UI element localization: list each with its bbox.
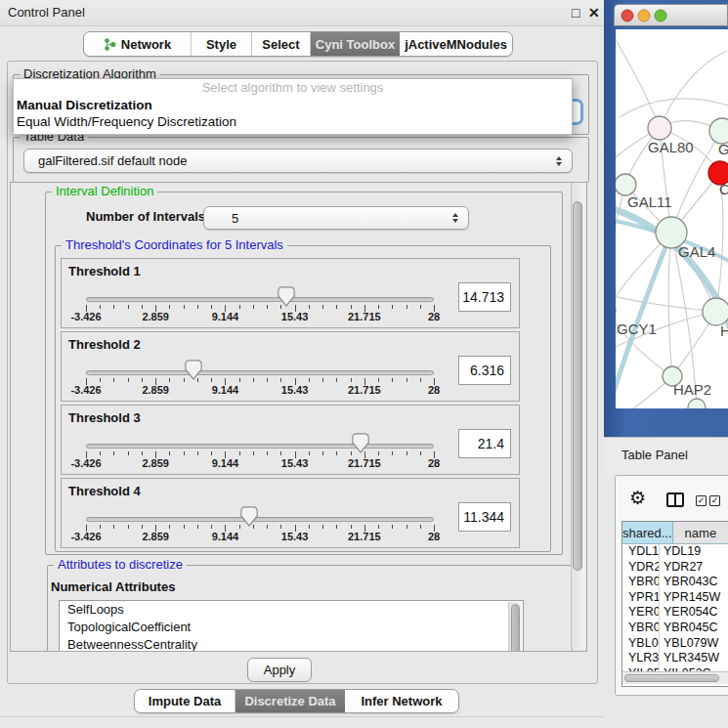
cell-name[interactable]: YDR27 xyxy=(660,560,728,576)
slider-scale-label: 28 xyxy=(428,457,440,469)
network-graph[interactable]: GAL80GCGAL11GAL4GCY1HHAP2 xyxy=(616,29,728,408)
cell-shared-name[interactable]: YDL19... xyxy=(622,544,660,560)
threshold-3-slider-track[interactable] xyxy=(86,444,434,449)
float-icon[interactable]: □ xyxy=(572,5,579,21)
table-row[interactable]: YPR145WYPR145W xyxy=(622,590,728,606)
dropdown-option-equal-width-frequency-discretization[interactable]: Equal Width/Frequency Discretization xyxy=(14,113,572,130)
gear-icon[interactable]: ⚙ xyxy=(629,489,646,507)
slider-tick xyxy=(309,525,310,529)
tab-label: Network xyxy=(121,37,171,52)
column-header-shared-[interactable]: shared... xyxy=(622,522,673,543)
network-window-titlebar[interactable] xyxy=(614,4,728,26)
slider-tick xyxy=(392,305,393,309)
table-row[interactable]: YER054CYER054C xyxy=(622,605,728,621)
threshold-4-slider-thumb[interactable] xyxy=(240,506,258,531)
cell-shared-name[interactable]: YBR043C xyxy=(622,575,660,590)
threshold-2-slider-track[interactable] xyxy=(86,370,434,375)
numerical-attributes-list[interactable]: SelfLoopsTopologicalCoefficientBetweenne… xyxy=(59,600,524,652)
number-of-intervals-combobox[interactable]: 5 xyxy=(203,206,469,230)
cell-name[interactable]: YDL19 xyxy=(660,544,728,560)
threshold-4-value-field[interactable]: 11.344 xyxy=(458,502,511,532)
cell-shared-name[interactable]: YBL079W xyxy=(622,636,660,652)
threshold-label: Threshold 2 xyxy=(68,337,141,352)
slider-scale-label: 2.859 xyxy=(142,531,169,542)
dropdown-option-manual-discretization[interactable]: Manual Discretization xyxy=(14,97,572,113)
slider-tick xyxy=(211,451,212,455)
tab-impute-data[interactable]: Impute Data xyxy=(135,690,236,712)
slider-scale-label: 28 xyxy=(428,531,440,542)
table-row[interactable]: YDR27...YDR27 xyxy=(622,560,728,576)
network-node-node-bottom[interactable] xyxy=(688,399,706,408)
number-of-intervals-label: Number of Intervals xyxy=(86,209,205,224)
slider-tick xyxy=(142,378,143,382)
threshold-3-slider-thumb[interactable] xyxy=(352,433,369,457)
cell-name[interactable]: YBR045C xyxy=(660,621,728,636)
settings-scrollbar-thumb[interactable] xyxy=(573,201,582,571)
cell-shared-name[interactable]: YPR145W xyxy=(622,590,660,606)
table-row[interactable]: YBL079WYBL079W xyxy=(622,636,728,652)
tab-label: Select xyxy=(262,37,299,52)
threshold-4-slider-track[interactable] xyxy=(86,517,434,522)
tab-jactivemnodules[interactable]: jActiveMNodules xyxy=(400,32,512,56)
threshold-1-value-field[interactable]: 14.713 xyxy=(458,282,511,312)
network-canvas[interactable]: GAL80GCGAL11GAL4GCY1HHAP2 xyxy=(616,29,728,408)
slider-tick xyxy=(336,525,337,529)
attribute-item-selfloops[interactable]: SelfLoops xyxy=(60,601,523,619)
table-row[interactable]: YLR345WYLR345W xyxy=(622,651,728,666)
table-row[interactable]: YBR043CYBR043C xyxy=(622,575,728,590)
split-view-icon[interactable] xyxy=(666,492,684,507)
tab-style[interactable]: Style xyxy=(192,32,252,56)
slider-scale-label: -3.426 xyxy=(70,531,101,542)
minimize-light[interactable] xyxy=(638,10,650,21)
network-node-node-h[interactable] xyxy=(703,298,728,325)
close-light[interactable] xyxy=(621,10,633,21)
threshold-2-slider-thumb[interactable] xyxy=(185,360,202,384)
threshold-2-value-field[interactable]: 6.316 xyxy=(458,356,511,385)
tab-cyni-toolbox[interactable]: Cyni Toolbox xyxy=(311,32,400,56)
network-node-gal80[interactable] xyxy=(648,116,671,140)
network-edge xyxy=(616,185,625,293)
cell-shared-name[interactable]: YLR345W xyxy=(622,651,660,666)
tab-infer-network[interactable]: Infer Network xyxy=(345,690,458,712)
table-hscrollbar[interactable] xyxy=(622,671,728,684)
slider-tick xyxy=(309,305,310,309)
traffic-lights[interactable] xyxy=(621,8,667,22)
slider-scale-label: 2.859 xyxy=(142,311,169,322)
zoom-light[interactable] xyxy=(655,10,666,21)
node-table[interactable]: shared...nameYDL19...YDL19YDR27...YDR27Y… xyxy=(621,521,728,687)
table-row[interactable]: YDL19...YDL19 xyxy=(622,544,728,560)
tab-discretize-data[interactable]: Discretize Data xyxy=(236,690,345,712)
slider-tick xyxy=(113,305,114,309)
list-scrollbar-thumb[interactable] xyxy=(511,604,520,652)
cell-shared-name[interactable]: YDR27... xyxy=(622,560,660,576)
cell-shared-name[interactable]: YER054C xyxy=(622,605,660,621)
table-row[interactable]: YBR045CYBR045C xyxy=(622,621,728,636)
column-checks-icon[interactable]: ✓✓ xyxy=(696,495,720,506)
cell-name[interactable]: YBR043C xyxy=(660,575,728,590)
cell-shared-name[interactable]: YBR045C xyxy=(622,621,660,636)
cell-name[interactable]: YER054C xyxy=(660,605,728,621)
slider-scale-label: 9.144 xyxy=(212,457,239,469)
cell-name[interactable]: YBL079W xyxy=(660,636,728,652)
attribute-item-betweennesscentrality[interactable]: BetweennessCentrality xyxy=(60,636,523,652)
close-icon[interactable]: ✕ xyxy=(588,5,600,21)
threshold-1-slider-thumb[interactable] xyxy=(278,286,295,311)
cell-name[interactable]: YLR345W xyxy=(660,651,728,666)
slider-scale-label: 28 xyxy=(428,311,440,322)
tab-network[interactable]: Network xyxy=(84,32,192,56)
table-hscrollbar-thumb[interactable] xyxy=(624,674,719,682)
slider-tick xyxy=(336,451,337,455)
tab-select[interactable]: Select xyxy=(252,32,311,56)
network-node-gal11[interactable] xyxy=(616,174,636,195)
column-header-name[interactable]: name xyxy=(673,522,728,543)
attribute-item-topologicalcoefficient[interactable]: TopologicalCoefficient xyxy=(60,619,523,636)
threshold-1-slider-track[interactable] xyxy=(86,297,434,302)
list-scrollbar[interactable] xyxy=(508,602,522,652)
table-data-combobox[interactable]: galFiltered.sif default node xyxy=(23,149,573,173)
cell-name[interactable]: YPR145W xyxy=(660,590,728,606)
slider-scale-label: -3.426 xyxy=(70,311,101,322)
node-label-hap2: HAP2 xyxy=(673,381,711,398)
top-tab-bar: NetworkStyleSelectCyni ToolboxjActiveMNo… xyxy=(83,31,513,57)
threshold-3-value-field[interactable]: 21.4 xyxy=(458,429,511,458)
apply-button[interactable]: Apply xyxy=(247,658,312,682)
